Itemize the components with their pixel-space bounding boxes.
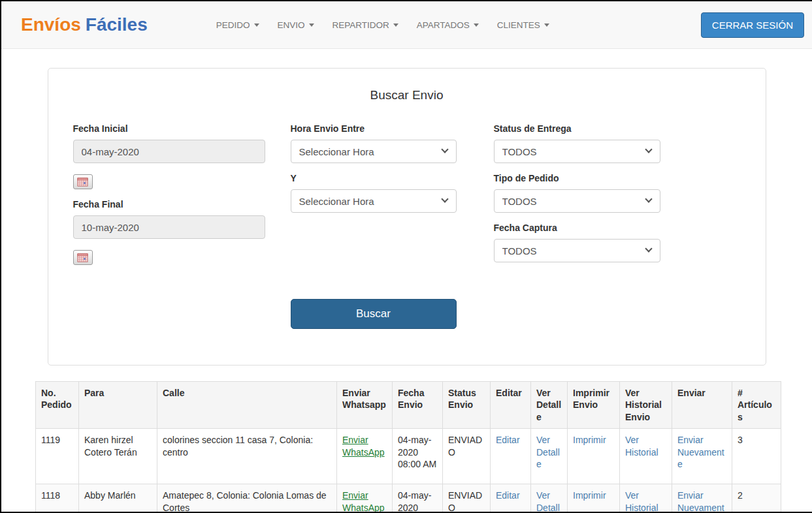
nav-item-envio[interactable]: ENVIO (278, 20, 314, 30)
ver-historial-link[interactable]: Ver Historial (625, 490, 658, 512)
brand-part2: Fáciles (86, 14, 148, 35)
status-entrega-label: Status de Entrega (494, 123, 660, 134)
brand-part1: Envíos (21, 14, 81, 35)
cell-status-envio: ENVIADO (443, 429, 491, 484)
column-header-enviar: Enviar (672, 382, 732, 429)
brand-logo[interactable]: EnvíosFáciles (21, 14, 148, 35)
search-form: Fecha Inicial Fecha Final (73, 123, 741, 265)
tipo-pedido-label: Tipo de Pedido (494, 173, 660, 183)
hours-column: Hora Envio Entre Seleccionar Hora Y Sele… (291, 123, 457, 265)
hora-y-label: Y (291, 173, 457, 183)
navbar: EnvíosFáciles PEDIDO ENVIO REPARTIDOR AP… (1, 1, 812, 49)
fecha-inicial-label: Fecha Inicial (73, 123, 265, 134)
calendar-icon (77, 177, 88, 187)
column-header-enviar-whatsapp: Enviar Whatsapp (337, 382, 393, 429)
caret-down-icon (544, 23, 549, 27)
caret-down-icon (393, 23, 398, 27)
column-header-calle: Calle (157, 382, 337, 429)
editar-link[interactable]: Editar (496, 435, 520, 445)
fecha-final-label: Fecha Final (73, 199, 265, 210)
nav-item-repartidor[interactable]: REPARTIDOR (333, 20, 398, 30)
nav-item-label: ENVIO (278, 20, 305, 30)
enviar-nuevamente-link[interactable]: Enviar Nuevamente (677, 490, 724, 513)
logout-button[interactable]: CERRAR SESIÓN (701, 12, 804, 38)
cell-fecha-envio: 04-may-2020 08:00 AM (393, 429, 443, 484)
nav-item-apartados[interactable]: APARTADOS (417, 20, 479, 30)
column-header-articulos: # Artículos (732, 382, 781, 429)
imprimir-link[interactable]: Imprimir (573, 435, 606, 445)
ver-historial-link[interactable]: Ver Historial (625, 435, 658, 457)
table-row: 1118 Abby Marlén Amatepec 8, Colonia: Co… (36, 484, 781, 513)
hora-y-select[interactable]: Seleccionar Hora (291, 189, 457, 213)
nav-item-label: APARTADOS (417, 20, 470, 30)
fecha-final-input[interactable] (73, 215, 265, 239)
filters-column: Status de Entrega TODOS Tipo de Pedido T… (494, 123, 660, 265)
hora-entre-label: Hora Envio Entre (291, 123, 457, 134)
results-table: No. Pedido Para Calle Enviar Whatsapp Fe… (35, 381, 781, 513)
cell-articulos: 2 (732, 484, 781, 513)
ver-detalle-link[interactable]: Ver Detalle (536, 435, 560, 469)
table-row: 1119 Karen hirzel Cotero Terán colorines… (36, 429, 781, 484)
cell-calle: colorines seccion 11 casa 7, Colonia: ce… (157, 429, 337, 484)
date-column: Fecha Inicial Fecha Final (73, 123, 265, 265)
imprimir-link[interactable]: Imprimir (573, 490, 606, 501)
main-nav: PEDIDO ENVIO REPARTIDOR APARTADOS CLIENT… (216, 20, 549, 30)
nav-item-pedido[interactable]: PEDIDO (216, 20, 259, 30)
nav-item-clientes[interactable]: CLIENTES (497, 20, 549, 30)
fecha-inicial-calendar-button[interactable] (73, 174, 93, 189)
caret-down-icon (474, 23, 479, 27)
column-header-fecha-envio: Fecha Envio (393, 382, 443, 429)
cell-no-pedido: 1118 (36, 484, 79, 513)
caret-down-icon (254, 23, 259, 27)
cell-calle: Amatepec 8, Colonia: Colonia Lomas de Co… (157, 484, 337, 513)
column-header-para: Para (79, 382, 157, 429)
enviar-whatsapp-link[interactable]: Enviar WhatsApp (342, 490, 385, 512)
page-title: Buscar Envio (73, 88, 741, 102)
nav-item-label: REPARTIDOR (333, 20, 389, 30)
cell-para: Karen hirzel Cotero Terán (79, 429, 157, 484)
search-panel: Buscar Envio Fecha Inicial Fecha Final (48, 68, 766, 365)
fecha-captura-label: Fecha Captura (494, 223, 660, 233)
enviar-nuevamente-link[interactable]: Enviar Nuevamente (677, 435, 724, 469)
fecha-captura-select[interactable]: TODOS (494, 239, 660, 262)
fecha-final-calendar-button[interactable] (73, 250, 93, 265)
fecha-inicial-input[interactable] (73, 140, 265, 163)
table-header-row: No. Pedido Para Calle Enviar Whatsapp Fe… (36, 382, 781, 429)
nav-item-label: CLIENTES (497, 20, 540, 30)
calendar-icon (77, 253, 88, 262)
editar-link[interactable]: Editar (496, 490, 520, 501)
column-header-ver-detalle: Ver Detalle (531, 382, 568, 429)
cell-no-pedido: 1119 (36, 429, 79, 484)
tipo-pedido-select[interactable]: TODOS (494, 189, 660, 213)
cell-fecha-envio: 04-may-2020 11:00 AM (393, 484, 443, 513)
hora-entre-select[interactable]: Seleccionar Hora (291, 140, 457, 163)
column-header-editar: Editar (491, 382, 531, 429)
column-header-imprimir-envio: Imprimir Envio (568, 382, 620, 429)
status-entrega-select[interactable]: TODOS (494, 140, 660, 163)
cell-status-envio: ENVIADO (443, 484, 491, 513)
column-header-status-envio: Status Envio (443, 382, 491, 429)
cell-para: Abby Marlén (79, 484, 157, 513)
ver-detalle-link[interactable]: Ver Detalle (536, 490, 560, 513)
cell-articulos: 3 (732, 429, 781, 484)
buscar-button[interactable]: Buscar (291, 299, 457, 329)
column-header-ver-historial-envio: Ver Historial Envio (620, 382, 672, 429)
enviar-whatsapp-link[interactable]: Enviar WhatsApp (342, 435, 385, 457)
nav-item-label: PEDIDO (216, 20, 250, 30)
caret-down-icon (309, 23, 314, 27)
column-header-no-pedido: No. Pedido (36, 382, 79, 429)
